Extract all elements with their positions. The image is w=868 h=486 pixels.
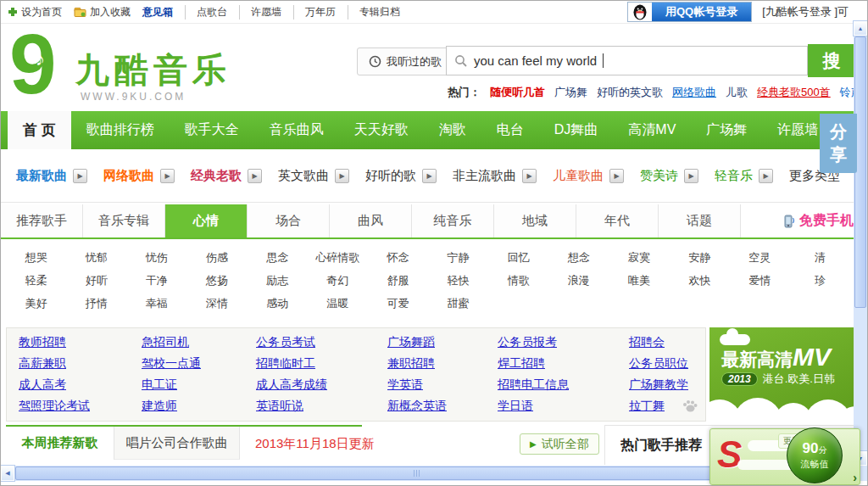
hot-link[interactable]: 儿歌 bbox=[726, 85, 748, 100]
expand-arrow-icon[interactable]: ▶ bbox=[160, 169, 175, 183]
ad-link[interactable]: 广场舞教学 bbox=[629, 377, 693, 393]
ad-link[interactable]: 公务员考试 bbox=[256, 335, 387, 350]
ad-link[interactable]: 公务员职位 bbox=[629, 356, 693, 371]
category-link[interactable]: 轻音乐 bbox=[715, 168, 753, 184]
hot-link[interactable]: 随便听几首 bbox=[490, 85, 545, 100]
mood-tag[interactable]: 干净 bbox=[146, 273, 168, 288]
category-link[interactable]: 网络歌曲 bbox=[103, 168, 154, 184]
mood-tag[interactable]: 轻柔 bbox=[25, 273, 47, 288]
mood-tag[interactable]: 珍 bbox=[815, 273, 826, 288]
tag-tab[interactable]: 曲风 bbox=[330, 204, 412, 237]
tag-tab[interactable]: 音乐专辑 bbox=[83, 204, 165, 237]
ad-link[interactable]: 高薪兼职 bbox=[19, 356, 142, 371]
category-link[interactable]: 经典老歌 bbox=[191, 168, 242, 184]
nav-item[interactable]: 高清MV bbox=[613, 111, 691, 149]
software-overlay-badge[interactable]: S 更新 90分 流畅值 › bbox=[709, 428, 860, 485]
mood-tag[interactable]: 奇幻 bbox=[326, 273, 348, 288]
add-favorite-link[interactable]: 加入收藏 bbox=[74, 5, 131, 20]
mood-tag[interactable]: 怀念 bbox=[387, 250, 409, 265]
scroll-up-button[interactable]: ▲ bbox=[854, 21, 867, 36]
scroll-left-button[interactable]: ◀ bbox=[1, 466, 14, 481]
hot-link[interactable]: 经典老歌500首 bbox=[757, 85, 831, 100]
mood-tag[interactable]: 温暖 bbox=[326, 296, 348, 311]
mood-tag[interactable]: 甜蜜 bbox=[448, 296, 470, 311]
ad-link[interactable]: 电工证 bbox=[142, 377, 256, 393]
mood-tag[interactable]: 忧郁 bbox=[86, 250, 108, 265]
category-link[interactable]: 儿童歌曲 bbox=[553, 168, 604, 184]
nav-item[interactable]: 歌手大全 bbox=[170, 111, 254, 149]
album-archive-link[interactable]: 专辑归档 bbox=[348, 5, 400, 20]
mood-tag[interactable]: 抒情 bbox=[86, 296, 108, 311]
mood-tag[interactable]: 心碎情歌 bbox=[315, 250, 359, 265]
expand-arrow-icon[interactable]: ▶ bbox=[73, 169, 87, 183]
expand-arrow-icon[interactable]: ▶ bbox=[684, 169, 698, 183]
ad-link[interactable]: 学日语 bbox=[498, 399, 629, 414]
category-link[interactable]: 英文歌曲 bbox=[278, 168, 329, 184]
vertical-scrollbar[interactable]: ▲ ▼ bbox=[854, 21, 867, 466]
mood-tag[interactable]: 唯美 bbox=[628, 273, 650, 288]
tag-tab[interactable]: 年代 bbox=[576, 204, 659, 237]
mv-banner-ad[interactable]: 最新高清MV 2013 港台.欧美.日韩 bbox=[709, 327, 855, 422]
search-input[interactable]: you can feel my world bbox=[446, 46, 808, 75]
ad-link[interactable]: 驾照理论考试 bbox=[19, 399, 142, 414]
category-link[interactable]: 赞美诗 bbox=[640, 168, 678, 184]
category-link[interactable]: 好听的歌 bbox=[365, 168, 416, 184]
mood-tag[interactable]: 爱情 bbox=[748, 273, 771, 288]
qq-login-button[interactable]: 用QQ帐号登录 bbox=[627, 2, 752, 22]
search-button[interactable]: 搜 bbox=[808, 44, 855, 77]
mood-tag[interactable]: 思念 bbox=[266, 250, 288, 265]
feedback-link[interactable]: 意见箱 bbox=[142, 5, 173, 20]
mood-tag[interactable]: 伤感 bbox=[206, 250, 228, 265]
horizontal-scroll-thumb[interactable] bbox=[15, 466, 819, 480]
tab-weekly-new-songs[interactable]: 本周推荐新歌 bbox=[6, 427, 114, 460]
nav-item[interactable]: 歌曲排行榜 bbox=[71, 111, 170, 149]
nav-item[interactable]: 广场舞 bbox=[691, 111, 762, 149]
tag-tab[interactable]: 心情 bbox=[165, 204, 248, 237]
mood-tag[interactable]: 想哭 bbox=[25, 250, 47, 265]
ad-network-paw-icon[interactable] bbox=[682, 399, 698, 417]
listened-songs-button[interactable]: 我听过的歌 bbox=[357, 47, 453, 75]
tag-tab[interactable]: 纯音乐 bbox=[412, 204, 494, 237]
song-request-link[interactable]: 点歌台 bbox=[185, 5, 227, 20]
mood-tag[interactable]: 宁静 bbox=[448, 250, 470, 265]
hot-link[interactable]: 网络歌曲 bbox=[672, 85, 716, 100]
mood-tag[interactable]: 欢快 bbox=[688, 273, 710, 288]
ad-link[interactable]: 焊工招聘 bbox=[498, 356, 629, 371]
share-button[interactable]: 分享 bbox=[820, 114, 857, 173]
hot-link[interactable]: 好听的英文歌 bbox=[597, 85, 663, 100]
mood-tag[interactable]: 悠扬 bbox=[206, 273, 228, 288]
mood-tag[interactable]: 舒服 bbox=[387, 273, 409, 288]
expand-arrow-icon[interactable]: ▶ bbox=[248, 169, 262, 183]
mood-tag[interactable]: 幸福 bbox=[146, 296, 168, 311]
mood-tag[interactable]: 可爱 bbox=[387, 296, 409, 311]
ad-link[interactable]: 招聘电工信息 bbox=[498, 377, 629, 393]
fluency-score-sphere[interactable]: 90分 流畅值 bbox=[787, 427, 843, 483]
overlay-expand-chevron[interactable]: › bbox=[853, 471, 857, 484]
ad-link[interactable]: 建造师 bbox=[142, 399, 256, 414]
mood-tag[interactable]: 励志 bbox=[266, 273, 288, 288]
calendar-link[interactable]: 万年历 bbox=[293, 5, 336, 20]
ad-link[interactable]: 英语听说 bbox=[256, 399, 387, 414]
nav-item[interactable]: 音乐曲风 bbox=[254, 111, 339, 149]
tag-tab[interactable]: 推荐歌手 bbox=[1, 204, 83, 237]
mood-tag[interactable]: 回忆 bbox=[508, 250, 530, 265]
tag-tab[interactable]: 地域 bbox=[494, 204, 576, 237]
nav-item[interactable]: 电台 bbox=[481, 111, 539, 149]
expand-arrow-icon[interactable]: ▶ bbox=[759, 169, 773, 183]
ad-link[interactable]: 成人高考成绩 bbox=[256, 377, 387, 393]
mood-tag[interactable]: 浪漫 bbox=[568, 273, 590, 288]
mood-tag[interactable]: 深情 bbox=[206, 296, 228, 311]
mood-tag[interactable]: 好听 bbox=[86, 273, 108, 288]
site-logo[interactable]: 9 ♪ 九酷音乐 WWW.9KU.COM bbox=[9, 26, 264, 111]
tab-label-partner-songs[interactable]: 唱片公司合作歌曲 bbox=[114, 427, 240, 460]
tag-tab[interactable]: 话题 bbox=[659, 204, 741, 237]
mood-tag[interactable]: 美好 bbox=[25, 296, 47, 311]
expand-arrow-icon[interactable]: ▶ bbox=[522, 169, 537, 183]
mood-tag[interactable]: 清 bbox=[815, 250, 826, 265]
ad-link[interactable]: 公务员报考 bbox=[498, 335, 629, 350]
mood-tag[interactable]: 感动 bbox=[266, 296, 288, 311]
tag-tab[interactable]: 场合 bbox=[248, 204, 330, 237]
mood-tag[interactable]: 寂寞 bbox=[628, 250, 650, 265]
ad-link[interactable]: 招聘会 bbox=[629, 335, 693, 350]
ad-link[interactable]: 广场舞蹈 bbox=[387, 335, 498, 350]
